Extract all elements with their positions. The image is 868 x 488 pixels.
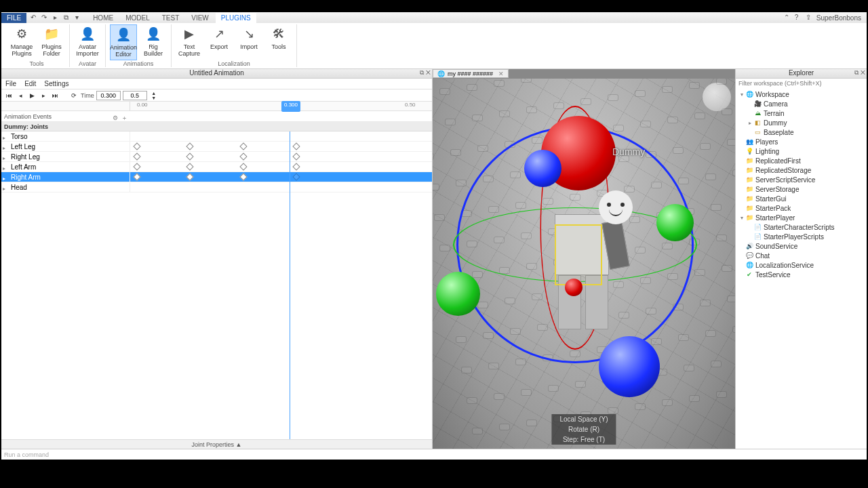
explorer-node-serverscriptservice[interactable]: 📁ServerScriptService [736,175,867,184]
keyframe[interactable] [186,152,193,160]
explorer-node-starterpack[interactable]: 📁StarterPack [736,203,867,213]
ribbon-tab-test[interactable]: TEST [157,13,185,23]
gizmo-handle-left-top[interactable] [524,150,561,187]
playhead-line[interactable] [290,131,290,439]
track-left-arm[interactable]: ▸Left Arm [1,162,432,172]
dropdown-icon[interactable]: ▾ [73,14,81,22]
ribbon-tab-plugins[interactable]: PLUGINS [216,13,256,23]
keyframe[interactable] [292,173,300,180]
time-input[interactable]: 0.300 [96,91,121,100]
anim-menu-edit[interactable]: Edit [24,80,36,87]
text-capture-button[interactable]: ▶TextCapture [176,24,203,60]
next-frame-button[interactable]: ▸ [39,91,48,100]
gizmo-handle-center[interactable] [565,279,583,296]
command-bar[interactable]: Run a command [1,449,867,460]
explorer-filter-input[interactable] [736,79,867,88]
anim-menu-file[interactable]: File [5,80,16,87]
explorer-node-serverstorage[interactable]: 📁ServerStorage [736,184,867,194]
last-frame-button[interactable]: ⏭ [50,91,60,100]
track-left-leg[interactable]: ▸Left Leg [1,142,432,152]
avatar-importer-button[interactable]: 👤AvatarImporter [74,24,101,60]
anim-menu-settings[interactable]: Settings [44,80,68,87]
sky-widget[interactable] [703,83,731,111]
snap-input[interactable]: 0.5 [123,91,147,100]
track-head[interactable]: ▸Head [1,182,432,192]
explorer-node-starterplayer[interactable]: ▾📁StarterPlayer [736,213,867,222]
tree-twisty-icon[interactable]: ▸ [747,120,753,126]
manage-plugins-button[interactable]: ⚙ManagePlugins [8,24,35,60]
explorer-node-soundservice[interactable]: 🔊SoundService [736,241,867,251]
explorer-node-camera[interactable]: 🎥Camera [736,99,867,108]
explorer-node-replicatedfirst[interactable]: 📁ReplicatedFirst [736,156,867,165]
keyframe[interactable] [133,152,140,160]
track-right-arm[interactable]: ▸Right Arm [1,172,432,182]
copy-icon[interactable]: ⧉ [62,14,70,22]
track-torso[interactable]: ▸Torso [1,131,432,142]
file-menu[interactable]: FILE [1,13,26,23]
plugins-folder-button[interactable]: 📁PluginsFolder [38,24,65,60]
gizmo-handle-bottom[interactable] [599,336,660,397]
keyframe[interactable] [239,163,247,170]
explorer-node-chat[interactable]: 💬Chat [736,251,867,260]
keyframe[interactable] [133,163,140,170]
play-icon[interactable]: ▸ [51,14,59,22]
prev-frame-button[interactable]: ◂ [16,91,25,100]
rig-builder-button[interactable]: 👤RigBuilder [140,24,167,60]
keyframe[interactable] [239,152,247,160]
explorer-node-baseplate[interactable]: ▭Baseplate [736,127,867,137]
undo-icon[interactable]: ↶ [29,14,37,22]
keyframe[interactable] [239,173,247,180]
add-event-icon[interactable]: ＋ [121,113,127,123]
keyframe[interactable] [292,142,300,150]
explorer-filter[interactable] [736,79,867,88]
keyframe[interactable] [133,173,140,180]
export-button[interactable]: ↗Export [205,24,233,60]
explorer-node-workspace[interactable]: ▾🌐Workspace [736,89,867,99]
gizmo-handle-left[interactable] [436,272,480,316]
gizmo-handle-right[interactable] [656,204,694,241]
redo-icon[interactable]: ↷ [40,14,48,22]
viewport-tab[interactable]: 🌐 my #### ###### ✕ [433,69,509,78]
explorer-node-startercharacterscripts[interactable]: 📄StarterCharacterScripts [736,222,867,232]
tree-twisty-icon[interactable]: ▾ [738,92,745,98]
explorer-node-terrain[interactable]: ⛰Terrain [736,108,867,118]
explorer-node-lighting[interactable]: 💡Lighting [736,146,867,156]
joint-properties-toggle[interactable]: Joint Properties ▲ [1,439,432,449]
dummy-head[interactable] [599,190,633,224]
close-icon[interactable]: ✕ [861,69,865,76]
keyframe[interactable] [186,163,193,170]
explorer-node-players[interactable]: 👥Players [736,137,867,146]
tools-button[interactable]: 🛠Tools [265,24,292,60]
tree-twisty-icon[interactable]: ▾ [738,215,745,221]
track-right-leg[interactable]: ▸Right Leg [1,152,432,162]
step-up-icon[interactable]: ▲▼ [149,91,159,100]
keyframe[interactable] [186,142,193,150]
explorer-node-testservice[interactable]: ✔TestService [736,270,867,279]
animation-editor-button[interactable]: 👤AnimationEditor [110,24,137,60]
keyframe[interactable] [133,142,140,150]
ribbon-tab-home[interactable]: HOME [87,13,119,23]
explorer-node-replicatedstorage[interactable]: 📁ReplicatedStorage [736,165,867,175]
expand-icon[interactable]: ▸ [3,184,5,194]
explorer-node-startergui[interactable]: 📁StarterGui [736,194,867,203]
viewport-3d[interactable]: Dummy Local Space (Y)Rotate (R)Step: Fre… [433,79,735,449]
loop-button[interactable]: ⟳ [69,91,79,100]
close-icon[interactable]: ✕ [426,69,431,76]
ribbon-tab-model[interactable]: MODEL [120,13,155,23]
timeline-ruler[interactable]: 0.000.500.300 [1,102,432,111]
explorer-node-dummy[interactable]: ▸◧Dummy [736,118,867,127]
close-tab-icon[interactable]: ✕ [498,70,504,77]
share-icon[interactable]: ⇪ [806,14,814,22]
keyframe[interactable] [292,152,300,160]
gear-icon[interactable]: ⚙ [113,113,118,123]
explorer-node-starterplayerscripts[interactable]: 📄StarterPlayerScripts [736,232,867,241]
playhead[interactable]: 0.300 [281,101,300,112]
keyframe[interactable] [186,173,193,180]
username-label[interactable]: SuperBonbons [816,14,861,22]
first-frame-button[interactable]: ⏮ [4,91,14,100]
explorer-node-localizationservice[interactable]: 🌐LocalizationService [736,260,867,270]
dock-icon[interactable]: ⧉ [854,69,859,76]
help-icon[interactable]: ? [795,14,803,22]
import-button[interactable]: ↘Import [235,24,262,60]
dock-icon[interactable]: ⧉ [420,69,424,76]
